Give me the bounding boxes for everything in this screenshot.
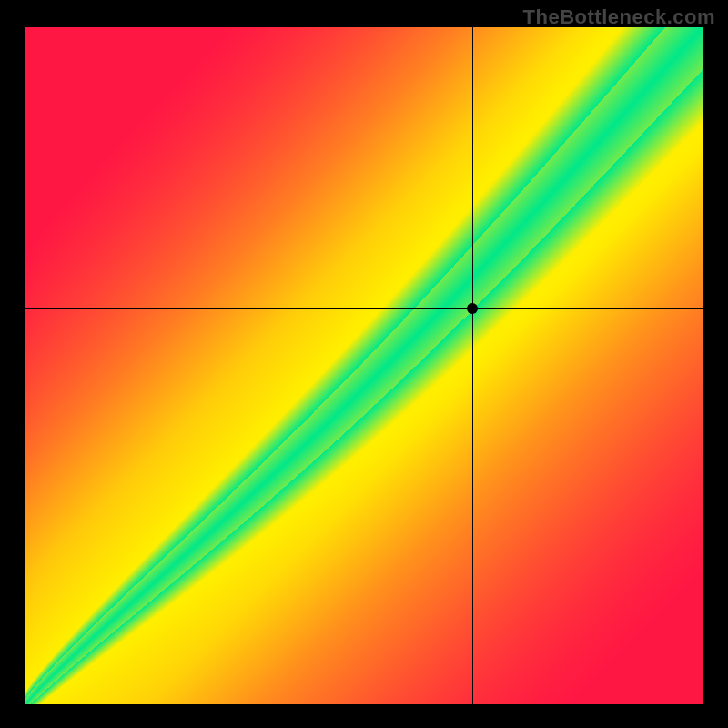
heatmap-canvas	[25, 27, 703, 704]
chart-frame: TheBottleneck.com	[0, 0, 728, 728]
crosshair-vertical	[472, 27, 473, 704]
crosshair-horizontal	[25, 308, 703, 309]
watermark-text: TheBottleneck.com	[523, 5, 715, 29]
selection-marker	[467, 303, 478, 314]
